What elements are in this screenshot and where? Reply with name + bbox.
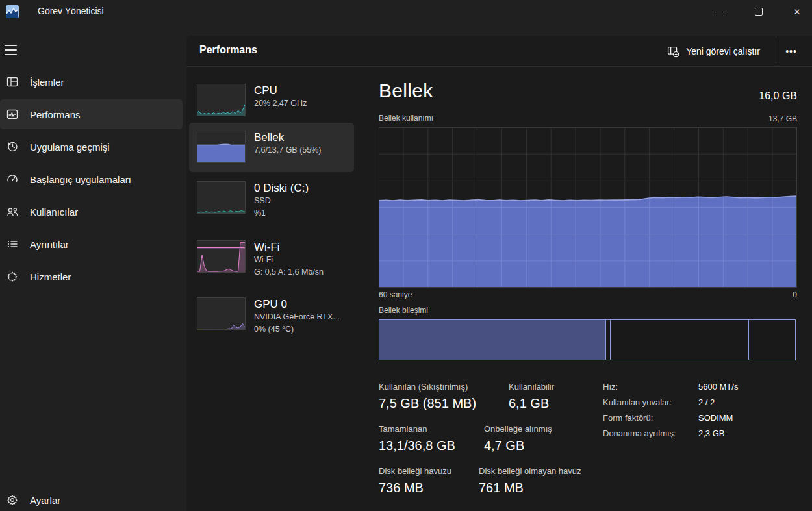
perf-item-detail: 7,6/13,7 GB (55%) bbox=[254, 144, 322, 156]
panel-header: Performans Yeni görevi çalıştır ••• bbox=[186, 36, 812, 67]
maximize-icon bbox=[755, 8, 763, 16]
perf-item-title: Bellek bbox=[254, 131, 322, 144]
sidebar-item-details[interactable]: Ayrıntılar bbox=[0, 229, 183, 259]
stat-value: 7,5 GB (851 MB) bbox=[379, 395, 509, 412]
wifi-mini-chart bbox=[197, 240, 246, 273]
stat-label: Disk belleği havuzu bbox=[379, 466, 479, 477]
usage-chart-max: 13,7 GB bbox=[768, 114, 797, 123]
perf-item-detail: G: 0,5 A: 1,6 Mb/sn bbox=[254, 266, 324, 279]
navigation-menu-button[interactable] bbox=[1, 39, 25, 61]
perf-item-cpu[interactable]: CPU 20% 2,47 GHz bbox=[189, 76, 354, 123]
info-label: Form faktörü: bbox=[603, 413, 698, 423]
title-bar: Görev Yöneticisi ✕ bbox=[0, 0, 812, 23]
stats-row-2: Tamamlanan 13,1/36,8 GB Önbelleğe alınmı… bbox=[379, 423, 552, 454]
window-title: Görev Yöneticisi bbox=[38, 6, 104, 16]
sidebar-item-label: Ayarlar bbox=[30, 495, 60, 506]
more-options-button[interactable]: ••• bbox=[781, 40, 802, 62]
info-value: 5600 MT/s bbox=[698, 382, 738, 392]
sidebar-item-label: Performans bbox=[30, 109, 81, 120]
details-icon bbox=[6, 238, 19, 251]
perf-item-detail: Wi-Fi bbox=[254, 254, 324, 266]
sidebar-item-label: Başlangıç uygulamaları bbox=[30, 174, 131, 185]
perf-item-detail: %1 bbox=[254, 207, 309, 219]
perf-item-title: 0 Diski (C:) bbox=[254, 181, 309, 195]
close-button[interactable]: ✕ bbox=[782, 0, 812, 23]
detail-title: Bellek bbox=[379, 80, 433, 102]
stat-label: Önbelleğe alınmış bbox=[484, 423, 552, 434]
perf-item-title: Wi-Fi bbox=[254, 240, 324, 254]
cpu-mini-chart bbox=[197, 84, 246, 116]
composition-divider bbox=[610, 320, 611, 360]
performance-panel: Performans Yeni görevi çalıştır ••• CPU … bbox=[186, 36, 812, 511]
sidebar-item-performance[interactable]: Performans bbox=[0, 99, 183, 129]
stat-value: 761 MB bbox=[479, 479, 581, 496]
sidebar-item-startup-apps[interactable]: Başlangıç uygulamaları bbox=[0, 164, 183, 194]
info-row: Donanıma ayrılmış: 2,3 GB bbox=[603, 429, 738, 444]
memory-composition-bar[interactable] bbox=[379, 319, 796, 360]
perf-item-wifi[interactable]: Wi-Fi Wi-Fi G: 0,5 A: 1,6 Mb/sn bbox=[189, 232, 354, 290]
stat-value: 13,1/36,8 GB bbox=[379, 437, 484, 454]
info-label: Hız: bbox=[603, 382, 698, 392]
stat-label: Kullanılan (Sıkıştırılmış) bbox=[379, 381, 509, 392]
run-new-task-label: Yeni görevi çalıştır bbox=[686, 46, 760, 56]
info-value: 2 / 2 bbox=[698, 397, 715, 407]
app-history-icon bbox=[6, 140, 19, 153]
memory-total: 16,0 GB bbox=[759, 90, 797, 102]
settings-gear-icon bbox=[6, 493, 19, 506]
sidebar-item-users[interactable]: Kullanıcılar bbox=[0, 197, 183, 227]
startup-apps-icon bbox=[6, 173, 19, 186]
processes-icon bbox=[6, 75, 19, 88]
sidebar-item-label: Kullanıcılar bbox=[30, 206, 78, 218]
minimize-icon bbox=[717, 12, 724, 12]
time-axis-left: 60 saniye bbox=[379, 290, 412, 299]
stat-value: 6,1 GB bbox=[509, 395, 554, 412]
sidebar-item-label: Ayrıntılar bbox=[30, 239, 69, 250]
perf-item-detail: 0% (45 °C) bbox=[254, 323, 340, 336]
usage-chart-label: Bellek kullanımı bbox=[379, 114, 433, 123]
sidebar-item-label: Hizmetler bbox=[30, 271, 71, 282]
info-value: 2,3 GB bbox=[698, 429, 724, 438]
performance-icon bbox=[6, 108, 19, 121]
memory-usage-chart[interactable] bbox=[379, 127, 797, 288]
composition-label: Bellek bileşimi bbox=[379, 306, 428, 315]
stat-label: Tamamlanan bbox=[379, 423, 484, 434]
disk-mini-chart bbox=[197, 181, 246, 214]
perf-item-detail: NVIDIA GeForce RTX... bbox=[254, 311, 340, 323]
perf-item-title: CPU bbox=[254, 84, 307, 97]
perf-item-detail: 20% 2,47 GHz bbox=[254, 97, 307, 110]
perf-item-memory[interactable]: Bellek 7,6/13,7 GB (55%) bbox=[189, 123, 354, 172]
perf-item-disk[interactable]: 0 Diski (C:) SSD %1 bbox=[189, 173, 354, 232]
info-row: Kullanılan yuvalar: 2 / 2 bbox=[603, 397, 738, 413]
memory-mini-chart bbox=[197, 131, 246, 163]
maximize-button[interactable] bbox=[744, 0, 774, 23]
in-use-memory-segment bbox=[379, 320, 606, 360]
stat-value: 736 MB bbox=[379, 479, 479, 496]
perf-item-title: GPU 0 bbox=[254, 297, 340, 311]
sidebar-item-processes[interactable]: İşlemler bbox=[0, 67, 183, 97]
info-row: Form faktörü: SODIMM bbox=[603, 413, 738, 429]
hamburger-icon bbox=[5, 45, 17, 47]
stat-value: 4,7 GB bbox=[484, 437, 552, 454]
page-title: Performans bbox=[199, 44, 257, 56]
minimize-button[interactable] bbox=[705, 0, 735, 23]
hardware-info: Hız: 5600 MT/s Kullanılan yuvalar: 2 / 2… bbox=[603, 382, 738, 444]
more-icon: ••• bbox=[785, 47, 797, 56]
close-icon: ✕ bbox=[794, 8, 801, 16]
info-value: SODIMM bbox=[698, 413, 733, 423]
perf-item-detail: SSD bbox=[254, 195, 309, 207]
info-label: Kullanılan yuvalar: bbox=[603, 397, 698, 407]
gpu-mini-chart bbox=[197, 297, 246, 330]
info-label: Donanıma ayrılmış: bbox=[603, 429, 698, 438]
sidebar-item-app-history[interactable]: Uygulama geçmişi bbox=[0, 132, 183, 162]
run-new-task-button[interactable]: Yeni görevi çalıştır bbox=[661, 40, 767, 62]
task-manager-logo-icon bbox=[5, 5, 19, 19]
stats-row-1: Kullanılan (Sıkıştırılmış) 7,5 GB (851 M… bbox=[379, 381, 554, 412]
perf-item-gpu[interactable]: GPU 0 NVIDIA GeForce RTX... 0% (45 °C) bbox=[189, 290, 354, 345]
stats-row-3: Disk belleği havuzu 736 MB Disk belleği … bbox=[379, 466, 581, 496]
services-icon bbox=[6, 270, 19, 283]
sidebar-item-settings[interactable]: Ayarlar bbox=[0, 486, 183, 511]
sidebar-item-services[interactable]: Hizmetler bbox=[0, 262, 183, 292]
stat-label: Kullanılabilir bbox=[509, 381, 554, 392]
time-axis-right: 0 bbox=[793, 290, 797, 299]
sidebar-item-label: İşlemler bbox=[30, 77, 64, 88]
